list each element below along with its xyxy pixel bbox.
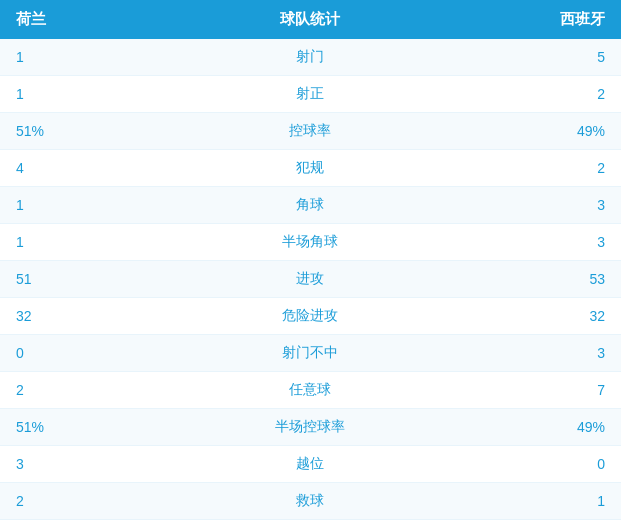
table-row: 1射门5 (0, 39, 621, 76)
cell-center: 越位 (186, 446, 434, 483)
cell-center: 危险进攻 (186, 298, 434, 335)
header-right: 西班牙 (435, 0, 621, 39)
cell-center: 控球率 (186, 113, 434, 150)
cell-left: 0 (0, 335, 186, 372)
cell-right: 3 (435, 224, 621, 261)
cell-right: 3 (435, 335, 621, 372)
cell-right: 32 (435, 298, 621, 335)
cell-center: 射门不中 (186, 335, 434, 372)
table-row: 2任意球7 (0, 372, 621, 409)
cell-left: 51% (0, 409, 186, 446)
table-row: 1射正2 (0, 76, 621, 113)
cell-right: 7 (435, 372, 621, 409)
cell-left: 1 (0, 76, 186, 113)
stats-table: 荷兰 球队统计 西班牙 1射门51射正251%控球率49%4犯规21角球31半场… (0, 0, 621, 520)
cell-center: 进攻 (186, 261, 434, 298)
table-row: 51%控球率49% (0, 113, 621, 150)
table-row: 0射门不中3 (0, 335, 621, 372)
cell-center: 半场控球率 (186, 409, 434, 446)
table-row: 1半场角球3 (0, 224, 621, 261)
table-row: 32危险进攻32 (0, 298, 621, 335)
table-row: 4犯规2 (0, 150, 621, 187)
cell-right: 2 (435, 150, 621, 187)
cell-left: 51% (0, 113, 186, 150)
cell-right: 0 (435, 446, 621, 483)
cell-center: 救球 (186, 483, 434, 520)
table-row: 3越位0 (0, 446, 621, 483)
header-center: 球队统计 (186, 0, 434, 39)
cell-left: 1 (0, 39, 186, 76)
cell-left: 32 (0, 298, 186, 335)
cell-center: 半场角球 (186, 224, 434, 261)
cell-right: 5 (435, 39, 621, 76)
table-row: 2救球1 (0, 483, 621, 520)
table-row: 1角球3 (0, 187, 621, 224)
cell-center: 犯规 (186, 150, 434, 187)
cell-right: 3 (435, 187, 621, 224)
table-header-row: 荷兰 球队统计 西班牙 (0, 0, 621, 39)
cell-center: 射正 (186, 76, 434, 113)
cell-left: 2 (0, 483, 186, 520)
cell-right: 49% (435, 113, 621, 150)
header-left: 荷兰 (0, 0, 186, 39)
cell-right: 49% (435, 409, 621, 446)
cell-center: 角球 (186, 187, 434, 224)
table-row: 51%半场控球率49% (0, 409, 621, 446)
cell-left: 51 (0, 261, 186, 298)
cell-right: 2 (435, 76, 621, 113)
cell-left: 3 (0, 446, 186, 483)
cell-left: 2 (0, 372, 186, 409)
cell-center: 任意球 (186, 372, 434, 409)
cell-left: 1 (0, 224, 186, 261)
table-row: 51进攻53 (0, 261, 621, 298)
cell-left: 4 (0, 150, 186, 187)
cell-right: 1 (435, 483, 621, 520)
cell-right: 53 (435, 261, 621, 298)
cell-left: 1 (0, 187, 186, 224)
cell-center: 射门 (186, 39, 434, 76)
